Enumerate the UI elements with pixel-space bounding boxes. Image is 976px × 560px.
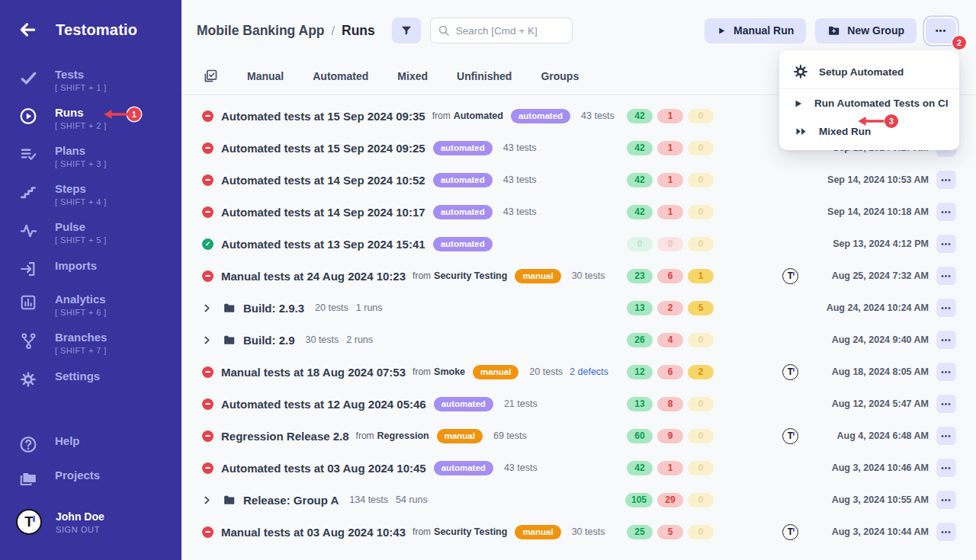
row-more-button[interactable]: ••• (936, 171, 956, 189)
row-more-button[interactable]: ••• (936, 427, 956, 445)
run-row[interactable]: Automated tests at 03 Aug 2024 10:45auto… (202, 452, 956, 484)
run-stats: 4210 (627, 141, 714, 155)
ellipsis-icon: ••• (936, 26, 947, 35)
run-tag-badge: automated (434, 397, 493, 411)
run-title[interactable]: Manual tests at 24 Aug 2024 10:23 (221, 270, 406, 283)
sidebar-item-shortcut: [ SHIFT + 4 ] (55, 197, 107, 206)
runs-count: 54 runs (396, 494, 428, 505)
row-more-button[interactable]: ••• (936, 491, 956, 509)
run-row[interactable]: Manual tests at 03 Aug 2024 10:43fromSec… (202, 516, 956, 548)
group-row[interactable]: Build: 2.9.320 tests1 runs1325Aug 24, 20… (202, 292, 956, 324)
runs-list: Automated tests at 15 Sep 2024 09:35from… (181, 95, 976, 548)
row-more-button[interactable]: ••• (936, 459, 956, 477)
breadcrumb-project[interactable]: Mobile Banking App (197, 23, 325, 39)
row-more-button[interactable]: ••• (936, 363, 956, 381)
tests-count: 30 tests (572, 270, 605, 281)
sign-out-link[interactable]: SIGN OUT (56, 525, 104, 534)
run-title[interactable]: Automated tests at 12 Aug 2024 05:46 (221, 398, 426, 411)
row-more-button[interactable]: ••• (936, 395, 956, 413)
sidebar-item-label: Tests (55, 68, 107, 81)
sidebar-item-plans[interactable]: Plans[ SHIFT + 3 ] (0, 137, 181, 175)
tests-count: 20 tests (529, 366, 563, 377)
filter-button[interactable] (392, 18, 421, 43)
annotation-badge-2: 2 (952, 36, 966, 50)
tab-automated[interactable]: Automated (313, 70, 368, 82)
run-stats: 4210 (627, 205, 714, 219)
run-title[interactable]: Automated tests at 14 Sep 2024 10:52 (221, 174, 425, 187)
run-row[interactable]: Automated tests at 13 Sep 2024 15:41auto… (202, 228, 956, 260)
row-more-button[interactable]: ••• (936, 299, 956, 317)
sidebar-logo: Testomatio (0, 0, 181, 40)
run-row[interactable]: Automated tests at 14 Sep 2024 10:17auto… (202, 196, 956, 228)
sidebar-item-tests[interactable]: Tests[ SHIFT + 1 ] (0, 61, 181, 99)
row-more-button[interactable]: ••• (936, 331, 956, 349)
run-stats: 4210 (627, 173, 714, 187)
folder-icon (223, 334, 236, 347)
chevron-right-icon[interactable] (202, 495, 213, 505)
run-row[interactable]: Automated tests at 14 Sep 2024 10:52auto… (202, 164, 956, 196)
sidebar-nav: Tests[ SHIFT + 1 ]Runs[ SHIFT + 2 ]Plans… (0, 61, 181, 396)
defects-link[interactable]: 2 defects (570, 366, 608, 377)
run-tag-badge: automated (433, 205, 493, 219)
group-row[interactable]: Release: Group A134 tests54 runs105290Au… (202, 484, 956, 516)
run-title[interactable]: Release: Group A (243, 494, 339, 507)
run-title[interactable]: Build: 2.9 (243, 334, 295, 347)
run-title[interactable]: Automated tests at 15 Sep 2024 09:35 (221, 110, 425, 123)
manual-run-button[interactable]: Manual Run (705, 18, 806, 43)
row-more-button[interactable]: ••• (936, 235, 956, 253)
pulse-icon (19, 221, 37, 239)
select-all-icon[interactable] (203, 69, 218, 84)
sidebar-item-label: Plans (55, 144, 107, 157)
sidebar-item-help[interactable]: Help (0, 427, 181, 461)
skipped-count: 0 (688, 173, 714, 187)
more-actions-button[interactable]: ••• (926, 18, 956, 43)
tab-groups[interactable]: Groups (541, 70, 579, 82)
folder-plus-icon (827, 24, 840, 37)
run-title[interactable]: Automated tests at 03 Aug 2024 10:45 (221, 462, 426, 475)
sidebar-item-projects[interactable]: Projects (0, 461, 181, 495)
run-stats: 2640 (627, 333, 714, 347)
failed-count: 8 (657, 397, 683, 411)
skipped-count: 1 (688, 269, 714, 283)
run-stats: 000 (627, 237, 714, 251)
row-more-button[interactable]: ••• (936, 267, 956, 285)
back-arrow-icon[interactable] (18, 20, 37, 40)
run-title[interactable]: Automated tests at 13 Sep 2024 15:41 (221, 238, 425, 251)
run-title[interactable]: Regression Release 2.8 (221, 430, 349, 443)
menu-item-setup-automated[interactable]: Setup Automated (779, 55, 959, 89)
new-group-button[interactable]: New Group (815, 18, 917, 43)
tab-mixed[interactable]: Mixed (397, 70, 428, 82)
run-title[interactable]: Build: 2.9.3 (243, 302, 304, 315)
run-title[interactable]: Automated tests at 15 Sep 2024 09:25 (221, 142, 425, 155)
sidebar-item-steps[interactable]: Steps[ SHIFT + 4 ] (0, 175, 181, 213)
run-title[interactable]: Automated tests at 14 Sep 2024 10:17 (221, 206, 425, 219)
sidebar-item-runs[interactable]: Runs[ SHIFT + 2 ] (0, 99, 181, 137)
sidebar-item-settings[interactable]: Settings (0, 362, 181, 396)
row-more-button[interactable]: ••• (936, 523, 956, 541)
tab-unfinished[interactable]: Unfinished (457, 70, 512, 82)
run-stats: 1262 (627, 365, 714, 379)
chevron-right-icon[interactable] (202, 303, 213, 313)
group-row[interactable]: Build: 2.930 tests2 runs2640Aug 24, 2024… (202, 324, 956, 356)
run-source: fromAutomated (432, 110, 503, 121)
run-row[interactable]: Automated tests at 12 Aug 2024 05:46auto… (202, 388, 956, 420)
user-section[interactable]: T John Doe SIGN OUT (0, 501, 181, 542)
search-input[interactable] (430, 18, 573, 43)
run-title[interactable]: Manual tests at 03 Aug 2024 10:43 (221, 526, 406, 539)
run-row[interactable]: Manual tests at 24 Aug 2024 10:23fromSec… (202, 260, 956, 292)
sidebar-item-analytics[interactable]: Analytics[ SHIFT + 6 ] (0, 286, 181, 324)
run-timestamp: Aug 18, 2024 8:05 AM (799, 366, 929, 377)
sidebar-item-branches[interactable]: Branches[ SHIFT + 7 ] (0, 324, 181, 362)
chevron-right-icon[interactable] (202, 335, 213, 345)
sidebar-item-pulse[interactable]: Pulse[ SHIFT + 5 ] (0, 213, 181, 251)
sidebar-item-imports[interactable]: Imports (0, 251, 181, 286)
sidebar-item-shortcut: [ SHIFT + 6 ] (55, 308, 107, 317)
row-more-button[interactable]: ••• (936, 203, 956, 221)
menu-item-run-automated-tests-on-ci[interactable]: Run Automated Tests on CI (779, 89, 959, 117)
run-title[interactable]: Manual tests at 18 Aug 2024 07:53 (221, 366, 406, 379)
failed-count: 9 (657, 429, 683, 443)
run-timestamp: Aug 3, 2024 10:55 AM (799, 494, 929, 505)
run-row[interactable]: Manual tests at 18 Aug 2024 07:53fromSmo… (202, 356, 956, 388)
run-row[interactable]: Regression Release 2.8fromRegressionmanu… (202, 420, 956, 452)
tab-manual[interactable]: Manual (247, 70, 284, 82)
